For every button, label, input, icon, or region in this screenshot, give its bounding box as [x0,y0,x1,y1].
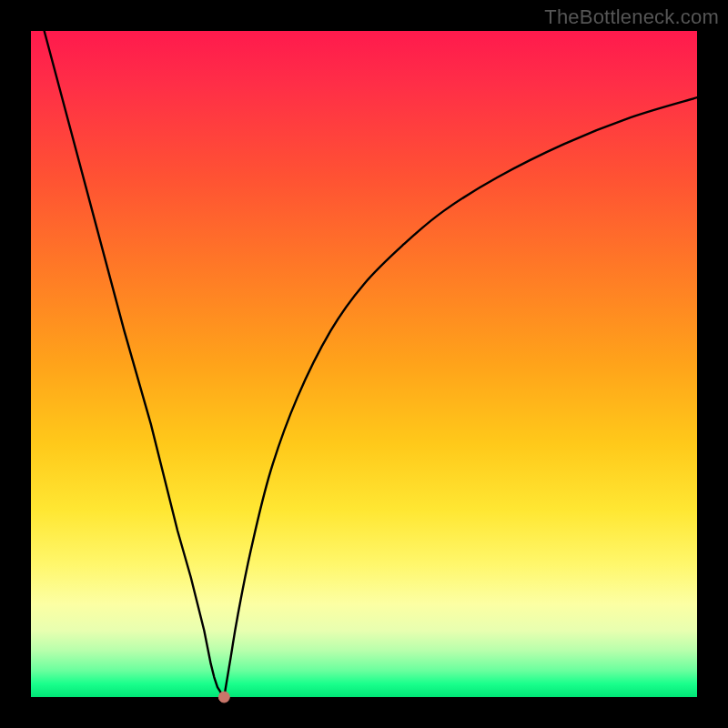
bottleneck-curve [31,31,697,697]
optimal-marker [218,692,229,703]
chart-frame: TheBottleneck.com [0,0,728,728]
plot-area [31,31,697,697]
curve-path [45,31,697,697]
watermark-text: TheBottleneck.com [544,5,719,29]
